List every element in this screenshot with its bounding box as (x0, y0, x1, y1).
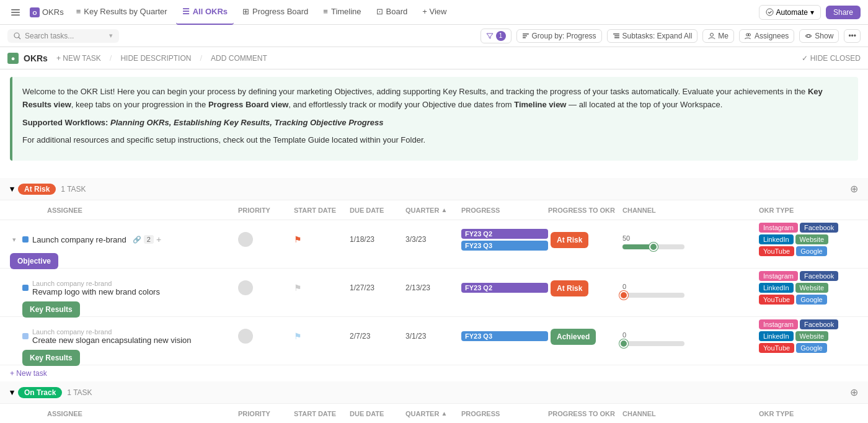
col-due-date: DUE DATE (350, 207, 405, 214)
hide-closed-btn[interactable]: ✓ HIDE CLOSED (802, 54, 861, 63)
due-date: 2/13/23 (405, 283, 461, 292)
more-options-button[interactable]: ••• (844, 29, 861, 43)
top-nav: O OKRs ≡ Key Results by Quarter ☰ All OK… (0, 0, 868, 25)
tab-key-results-quarter[interactable]: ≡ Key Results by Quarter (70, 0, 174, 25)
link-icon: 🔗 (133, 236, 141, 244)
task-name-cell: Launch company re-brand Revamp logo with… (22, 280, 238, 296)
channel-tag: YouTube (759, 295, 794, 305)
me-button[interactable]: Me (702, 29, 734, 43)
automate-button[interactable]: Automate ▾ (759, 5, 821, 20)
section-toggle-at-risk[interactable]: ▾ At Risk (10, 184, 56, 195)
svg-rect-9 (523, 35, 527, 37)
show-button[interactable]: Show (799, 29, 839, 43)
quarter-badge: FY23 Q2 (461, 283, 548, 293)
column-headers-on-track: ASSIGNEE PRIORITY START DATE DUE DATE QU… (0, 404, 868, 423)
svg-point-14 (711, 33, 714, 36)
group-by-button[interactable]: Group by: Progress (516, 29, 602, 43)
priority-flag: ⚑ (294, 331, 350, 341)
col-due-date: DUE DATE (350, 410, 405, 417)
section-add-btn-on-track[interactable]: ⊕ (850, 386, 858, 398)
tab-progress-board[interactable]: ⊞ Progress Board (236, 0, 314, 25)
okr-type-badge: Key Results (22, 301, 80, 318)
sub-count-badge: 2 (144, 235, 154, 244)
start-date: 1/18/23 (350, 235, 405, 244)
app-icon-btn[interactable]: O OKRs (26, 5, 68, 20)
filter-button[interactable]: 1 (480, 29, 512, 43)
new-task-btn[interactable]: + NEW TASK (53, 53, 105, 64)
tab-board[interactable]: ⊡ Board (370, 0, 414, 25)
share-button[interactable]: Share (826, 6, 861, 19)
okr-actions: + NEW TASK / HIDE DESCRIPTION / ADD COMM… (53, 53, 271, 64)
progress-value-label: 0 (622, 283, 626, 290)
col-channel: CHANNEL (622, 410, 759, 417)
filter-icon (486, 32, 494, 40)
assignee-avatar (238, 280, 253, 295)
channel-tag: Website (795, 331, 829, 341)
new-task-at-risk-btn[interactable]: + New task (0, 365, 57, 381)
tab-all-okrs[interactable]: ☰ All OKRs (176, 0, 234, 25)
task-name-cell: ▾ Launch company re-brand 🔗 2 + (10, 234, 238, 244)
svg-rect-11 (613, 33, 619, 35)
parent-label: Launch company re-brand (32, 280, 160, 287)
col-assignee: ASSIGNEE (10, 207, 238, 214)
hide-description-btn[interactable]: HIDE DESCRIPTION (117, 53, 195, 64)
add-comment-btn[interactable]: ADD COMMENT (207, 53, 271, 64)
tab-timeline[interactable]: ≡ Timeline (317, 0, 367, 25)
progress-cell: Achieved (548, 331, 622, 342)
add-subtask-btn[interactable]: + (156, 234, 161, 244)
quarter-badge: FY23 Q2 (461, 229, 548, 239)
on-track-badge: On Track (18, 387, 62, 398)
channel-tag: Facebook (800, 271, 838, 281)
subtasks-icon (613, 32, 620, 40)
search-box[interactable]: Search tasks... ▾ (7, 29, 119, 43)
progress-value-label: 50 (622, 234, 630, 242)
col-okr-type: OKR TYPE (759, 207, 858, 214)
col-progress: PROGRESS (461, 207, 548, 214)
svg-rect-2 (11, 14, 20, 16)
tab-add-view[interactable]: + View (416, 0, 453, 25)
spacer (0, 168, 868, 178)
priority-flag: ⚑ (294, 234, 350, 244)
svg-rect-0 (11, 9, 20, 11)
task-name: Launch company re-brand (32, 235, 126, 244)
progress-badge: At Risk (551, 232, 588, 248)
col-priority: PRIORITY (238, 207, 294, 214)
sort-icon: ▲ (441, 410, 447, 417)
progress-to-okr-cell: 0 (622, 278, 759, 298)
svg-rect-10 (523, 37, 526, 38)
channel-cell: Instagram Facebook LinkedIn Website YouT… (759, 319, 858, 353)
subtasks-button[interactable]: Subtasks: Expand All (607, 29, 698, 43)
user-icon (708, 32, 715, 40)
progress-dot (619, 291, 628, 300)
okr-status-icon: ● (7, 53, 19, 64)
hamburger-menu[interactable] (7, 6, 24, 19)
progress-bar (622, 244, 684, 249)
okr-header-bar: ● OKRs + NEW TASK / HIDE DESCRIPTION / A… (0, 47, 868, 69)
section-header-on-track: ▾ On Track 1 TASK ⊕ (0, 381, 868, 404)
assignees-button[interactable]: Assignees (739, 29, 794, 43)
channel-tag: LinkedIn (759, 331, 794, 341)
tab-icon: ≡ (76, 7, 81, 16)
task-name: Revamp logo with new brand colors (32, 287, 160, 296)
channel-tag: Website (795, 234, 829, 244)
progress-to-okr-cell: 50 (622, 229, 759, 249)
col-start-date: START DATE (294, 410, 350, 417)
progress-cell: At Risk (548, 234, 622, 246)
col-progress: PROGRESS (461, 410, 548, 417)
assignee-avatar (238, 329, 253, 344)
task-color-indicator (22, 333, 29, 339)
section-toggle-on-track[interactable]: ▾ On Track (10, 387, 62, 398)
okr-type-badge: Key Results (22, 350, 80, 366)
sort-icon: ▲ (441, 207, 447, 213)
okr-type-badge: Objective (10, 253, 58, 269)
chevron-down-icon: ▾ (10, 388, 14, 397)
start-date: 2/7/23 (350, 332, 405, 341)
channel-cell: Instagram Facebook LinkedIn Website YouT… (759, 271, 858, 305)
quarter-cell: FY23 Q3 (461, 331, 548, 341)
collapse-btn[interactable]: ▾ (10, 236, 19, 244)
table-row: Launch company re-brand Create new sloga… (0, 317, 868, 365)
section-add-btn-at-risk[interactable]: ⊕ (850, 183, 858, 195)
section-at-risk: ▾ At Risk 1 TASK ⊕ ASSIGNEE PRIORITY STA… (0, 178, 868, 381)
section-header-at-risk: ▾ At Risk 1 TASK ⊕ (0, 178, 868, 200)
svg-rect-12 (614, 35, 619, 37)
